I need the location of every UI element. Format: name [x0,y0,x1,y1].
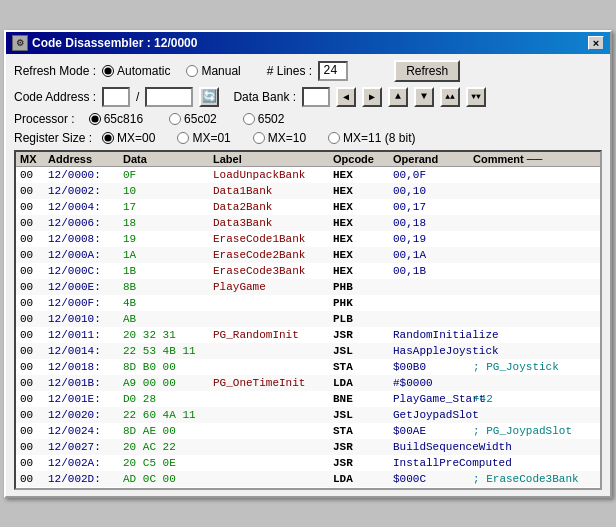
cell-comment: +42 [473,391,602,407]
cell-data: A9 00 00 [123,375,213,391]
cell-mx: 00 [20,247,48,263]
cell-data: 0F [123,167,213,183]
reg-mx11-option[interactable]: MX=11 (8 bit) [328,131,415,145]
proc-6502-label: 6502 [258,112,285,126]
window-title: Code Disassembler : 12/0000 [32,36,197,50]
proc-6502-radio[interactable] [243,113,255,125]
cell-addr: 12/0018: [48,359,123,375]
table-row: 0012/002A:20 C5 0EJSRInstallPreComputed [16,455,600,471]
cell-addr: 12/0027: [48,439,123,455]
proc-6502-option[interactable]: 6502 [243,112,285,126]
cell-label: EraseCode2Bank [213,247,333,263]
reg-mx00-radio[interactable] [102,132,114,144]
cell-comment [473,279,602,295]
cell-mx: 00 [20,279,48,295]
cell-mx: 00 [20,375,48,391]
table-row: 0012/002D:AD 0C 00LDA$000C; EraseCode3Ba… [16,471,600,487]
cell-data: 22 60 4A 11 [123,407,213,423]
cell-operand: $00B0 [393,359,473,375]
cell-data: 8D 5E 2E [123,487,213,490]
nav-fast-down-button[interactable]: ▼▼ [466,87,486,107]
cell-label [213,391,333,407]
cell-data: 8B [123,279,213,295]
reg-mx01-option[interactable]: MX=01 [177,131,230,145]
code-disassembly-area[interactable]: MX Address Data Label Opcode Operand Com… [14,150,602,490]
cell-comment: ; PG_JoypadSlot [473,423,602,439]
proc-65c02-option[interactable]: 65c02 [169,112,217,126]
reg-mx01-radio[interactable] [177,132,189,144]
cell-mx: 00 [20,471,48,487]
cell-comment [473,455,602,471]
cell-opcode: LDA [333,375,393,391]
cell-opcode: PHK [333,295,393,311]
cell-label [213,295,333,311]
cell-data: 20 AC 22 [123,439,213,455]
cell-mx: 00 [20,199,48,215]
cell-operand: HasAppleJoystick [393,343,473,359]
mode-manual-option[interactable]: Manual [186,64,240,78]
addr-page-input[interactable]: 12 [102,87,130,107]
cell-mx: 00 [20,343,48,359]
cell-opcode: PLB [333,311,393,327]
cell-addr: 12/0000: [48,167,123,183]
lines-input[interactable]: 24 [318,61,348,81]
cell-mx: 00 [20,407,48,423]
cell-addr: 12/0004: [48,199,123,215]
cell-comment [473,439,602,455]
nav-fast-up-button[interactable]: ▲▲ [440,87,460,107]
cell-label [213,455,333,471]
reg-mx00-label: MX=00 [117,131,155,145]
table-row: 0012/0014:22 53 4B 11JSLHasAppleJoystick [16,343,600,359]
cell-label: Data3Bank [213,215,333,231]
cell-comment [473,231,602,247]
mode-auto-radio[interactable] [102,65,114,77]
reg-mx11-radio[interactable] [328,132,340,144]
proc-65c02-radio[interactable] [169,113,181,125]
addr-separator: / [136,90,139,104]
sync-button[interactable]: 🔄 [199,87,219,107]
reg-mx10-radio[interactable] [253,132,265,144]
reg-mx10-label: MX=10 [268,131,306,145]
cell-label [213,343,333,359]
reg-mx00-option[interactable]: MX=00 [102,131,155,145]
cell-operand: GetJoypadSlot [393,407,473,423]
proc-65c02-label: 65c02 [184,112,217,126]
window-content: Refresh Mode : Automatic Manual # Lines … [6,54,610,496]
main-window: ⚙ Code Disassembler : 12/0000 × Refresh … [4,30,612,498]
toolbar-row-4: Register Size : MX=00 MX=01 MX=10 MX=11 … [14,131,602,145]
cell-opcode: PHB [333,279,393,295]
cell-label: LoadUnpackBank [213,167,333,183]
cell-addr: 12/0008: [48,231,123,247]
nav-down-button[interactable]: ▼ [414,87,434,107]
mode-manual-label: Manual [201,64,240,78]
cell-opcode: STA [333,423,393,439]
proc-65c816-option[interactable]: 65c816 [89,112,143,126]
cell-addr: 12/0010: [48,311,123,327]
close-button[interactable]: × [588,36,604,50]
cell-label: PG_RandomInit [213,327,333,343]
cell-comment [473,311,602,327]
refresh-button[interactable]: Refresh [394,60,460,82]
cell-label [213,471,333,487]
cell-operand: InstallPreComputed [393,455,473,471]
cell-opcode: HEX [333,199,393,215]
proc-65c816-radio[interactable] [89,113,101,125]
data-bank-input[interactable]: 11 [302,87,330,107]
addr-offset-input[interactable]: 0000 [145,87,193,107]
nav-up-button[interactable]: ▲ [388,87,408,107]
mode-manual-radio[interactable] [186,65,198,77]
mode-auto-option[interactable]: Automatic [102,64,170,78]
cell-data: 18 [123,215,213,231]
nav-left-button[interactable]: ◀ [336,87,356,107]
table-row: 0012/0006:18Data3BankHEX00,18 [16,215,600,231]
cell-label: Data2Bank [213,199,333,215]
cell-addr: 12/0014: [48,343,123,359]
reg-mx10-option[interactable]: MX=10 [253,131,306,145]
nav-right-button[interactable]: ▶ [362,87,382,107]
cell-operand [393,279,473,295]
cell-operand: 00,1B [393,263,473,279]
table-row: 0012/000A:1AEraseCode2BankHEX00,1A [16,247,600,263]
cell-mx: 00 [20,327,48,343]
cell-opcode: STA [333,359,393,375]
cell-operand: 00,18 [393,215,473,231]
